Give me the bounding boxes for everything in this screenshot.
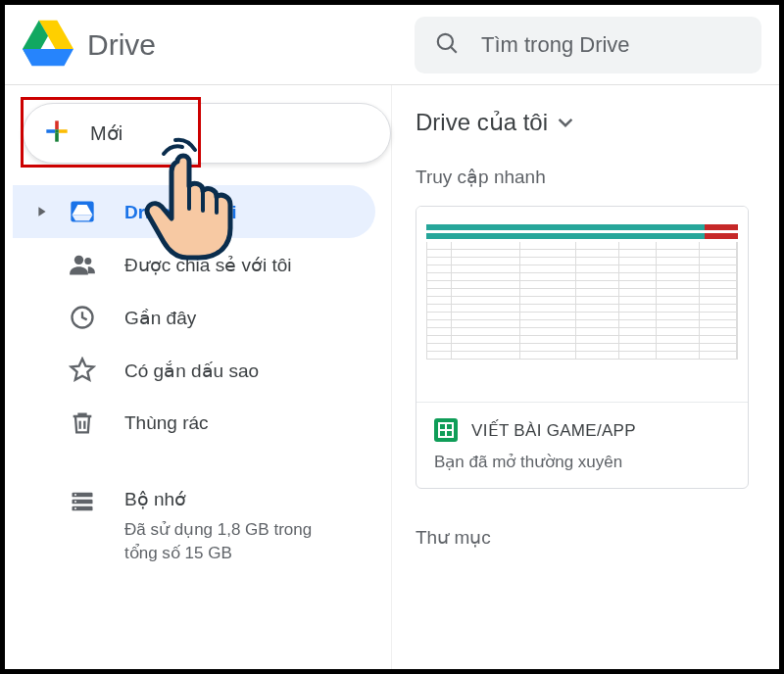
svg-rect-5 <box>59 129 68 133</box>
sidebar-item-recent[interactable]: Gần đây <box>13 291 375 344</box>
file-preview <box>416 207 748 403</box>
breadcrumb[interactable]: Drive của tôi <box>416 109 761 136</box>
svg-point-12 <box>84 258 91 265</box>
sidebar-item-shared[interactable]: Được chia sẻ với tôi <box>13 238 375 291</box>
breadcrumb-label: Drive của tôi <box>416 109 548 136</box>
quick-access-card[interactable]: VIẾT BÀI GAME/APP Bạn đã mở thường xuyên <box>416 206 749 489</box>
trash-icon <box>68 409 97 437</box>
storage-icon <box>68 488 97 515</box>
drive-logo-icon <box>23 18 74 72</box>
sidebar-item-starred[interactable]: Có gắn dấu sao <box>13 344 375 397</box>
svg-rect-6 <box>55 129 59 133</box>
chevron-right-icon <box>36 201 48 222</box>
svg-rect-2 <box>55 120 59 129</box>
search-placeholder: Tìm trong Drive <box>481 32 630 58</box>
search-bar[interactable]: Tìm trong Drive <box>415 17 761 73</box>
sheets-icon <box>434 418 458 442</box>
sidebar-item-label: Được chia sẻ với tôi <box>124 254 291 276</box>
sidebar-item-label: Drive của tôi <box>124 201 236 223</box>
logo-area[interactable]: Drive <box>23 18 395 72</box>
chevron-down-icon <box>558 109 573 136</box>
svg-rect-4 <box>46 129 55 133</box>
sidebar-item-trash[interactable]: Thùng rác <box>13 397 375 450</box>
svg-rect-3 <box>55 133 59 142</box>
clock-icon <box>68 304 97 331</box>
sidebar: Mới Drive của tôi <box>5 85 392 669</box>
sidebar-item-storage[interactable]: Bộ nhớ Đã sử dụng 1,8 GB trong tổng số 1… <box>13 475 375 578</box>
app-title: Drive <box>87 28 156 62</box>
people-icon <box>68 251 97 278</box>
sidebar-item-label: Gần đây <box>124 307 196 329</box>
svg-point-0 <box>438 33 453 48</box>
star-icon <box>68 357 97 384</box>
file-title: VIẾT BÀI GAME/APP <box>471 420 636 441</box>
search-icon <box>434 30 460 60</box>
sidebar-nav: Drive của tôi Được chia sẻ với tôi Gần đ… <box>13 185 391 578</box>
sidebar-item-mydrive[interactable]: Drive của tôi <box>13 185 375 238</box>
svg-point-21 <box>74 507 76 509</box>
new-button[interactable]: Mới <box>23 103 391 164</box>
svg-point-11 <box>74 256 83 265</box>
file-subtitle: Bạn đã mở thường xuyên <box>434 452 730 472</box>
storage-label: Bộ nhớ <box>124 488 340 510</box>
svg-line-1 <box>451 47 456 52</box>
main-content: Drive của tôi Truy cập nhanh <box>392 85 779 669</box>
new-button-label: Mới <box>90 121 122 145</box>
svg-point-20 <box>74 501 76 503</box>
sidebar-item-label: Có gắn dấu sao <box>124 360 259 382</box>
quick-access-label: Truy cập nhanh <box>416 166 761 188</box>
drive-icon <box>68 198 97 225</box>
svg-point-19 <box>74 494 76 496</box>
plus-icon <box>41 116 73 151</box>
sidebar-item-label: Thùng rác <box>124 412 209 434</box>
folders-section-label: Thư mục <box>416 526 761 549</box>
storage-usage-text: Đã sử dụng 1,8 GB trong tổng số 15 GB <box>124 518 340 565</box>
app-header: Drive Tìm trong Drive <box>5 5 779 85</box>
